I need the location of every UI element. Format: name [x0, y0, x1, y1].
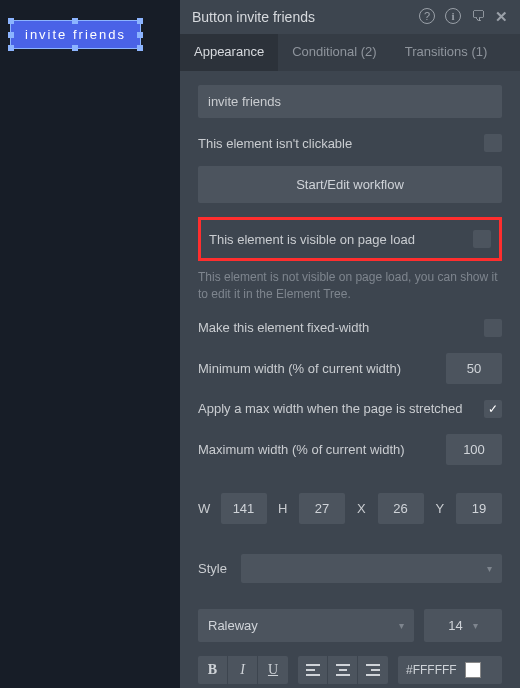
color-hex-value: #FFFFFF	[406, 663, 457, 677]
align-center-button[interactable]	[328, 656, 358, 684]
text-color-field[interactable]: #FFFFFF	[398, 656, 502, 684]
chevron-down-icon: ▾	[487, 563, 492, 574]
align-right-icon	[365, 663, 381, 677]
font-size-dropdown[interactable]: 14 ▾	[424, 609, 502, 642]
info-icon[interactable]: i	[445, 8, 461, 24]
resize-handle[interactable]	[8, 18, 14, 24]
tab-appearance[interactable]: Appearance	[180, 34, 278, 71]
start-edit-workflow-button[interactable]: Start/Edit workflow	[198, 166, 502, 203]
align-right-button[interactable]	[358, 656, 388, 684]
x-label: X	[355, 501, 368, 516]
tab-transitions[interactable]: Transitions (1)	[391, 34, 502, 71]
resize-handle[interactable]	[8, 45, 14, 51]
fixed-width-label: Make this element fixed-width	[198, 320, 369, 335]
apply-max-width-checkbox[interactable]	[484, 400, 502, 418]
align-left-button[interactable]	[298, 656, 328, 684]
style-dropdown[interactable]: ▾	[241, 554, 502, 583]
resize-handle[interactable]	[137, 18, 143, 24]
italic-button[interactable]: I	[228, 656, 258, 684]
min-width-label: Minimum width (% of current width)	[198, 361, 401, 376]
font-family-dropdown[interactable]: Raleway ▾	[198, 609, 414, 642]
fixed-width-checkbox[interactable]	[484, 319, 502, 337]
comment-icon[interactable]: 🗨	[471, 8, 485, 26]
text-align-group	[298, 656, 388, 684]
font-size-value: 14	[448, 618, 462, 633]
canvas-button-label: invite friends	[25, 27, 126, 42]
align-center-icon	[335, 663, 351, 677]
resize-handle[interactable]	[8, 32, 14, 38]
x-input[interactable]	[378, 493, 424, 524]
bold-button[interactable]: B	[198, 656, 228, 684]
min-width-input[interactable]	[446, 353, 502, 384]
h-label: H	[277, 501, 290, 516]
element-name-input[interactable]	[198, 85, 502, 118]
align-left-icon	[305, 663, 321, 677]
visible-hint-text: This element is not visible on page load…	[198, 269, 502, 303]
panel-title: Button invite friends	[192, 9, 419, 25]
resize-handle[interactable]	[137, 32, 143, 38]
visible-on-load-row: This element is visible on page load	[198, 217, 502, 261]
help-icon[interactable]: ?	[419, 8, 435, 24]
y-label: Y	[434, 501, 447, 516]
font-family-value: Raleway	[208, 618, 258, 633]
chevron-down-icon: ▾	[473, 620, 478, 631]
resize-handle[interactable]	[72, 45, 78, 51]
color-swatch	[465, 662, 481, 678]
tabs: Appearance Conditional (2) Transitions (…	[180, 34, 520, 71]
y-input[interactable]	[456, 493, 502, 524]
tab-conditional[interactable]: Conditional (2)	[278, 34, 391, 71]
max-width-label: Maximum width (% of current width)	[198, 442, 405, 457]
not-clickable-label: This element isn't clickable	[198, 136, 352, 151]
visible-on-load-checkbox[interactable]	[473, 230, 491, 248]
apply-max-width-label: Apply a max width when the page is stret…	[198, 401, 462, 416]
max-width-input[interactable]	[446, 434, 502, 465]
style-label: Style	[198, 561, 227, 576]
resize-handle[interactable]	[72, 18, 78, 24]
chevron-down-icon: ▾	[399, 620, 404, 631]
w-label: W	[198, 501, 211, 516]
canvas-selected-button[interactable]: invite friends	[10, 20, 141, 49]
underline-button[interactable]: U	[258, 656, 288, 684]
text-style-group: B I U	[198, 656, 288, 684]
width-input[interactable]	[221, 493, 267, 524]
not-clickable-checkbox[interactable]	[484, 134, 502, 152]
height-input[interactable]	[299, 493, 345, 524]
visible-on-load-label: This element is visible on page load	[209, 232, 415, 247]
close-icon[interactable]: ✕	[495, 8, 508, 26]
property-panel: Button invite friends ? i 🗨 ✕ Appearance…	[180, 0, 520, 688]
resize-handle[interactable]	[137, 45, 143, 51]
